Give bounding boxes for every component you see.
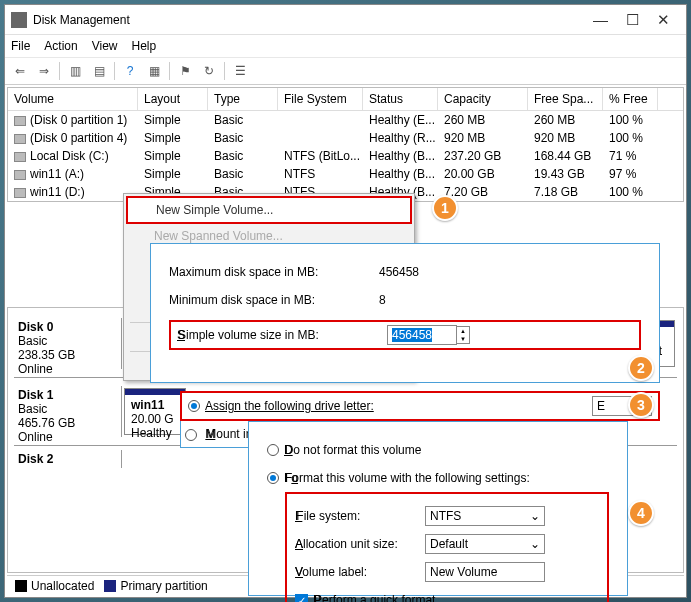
do-not-format-label: DDo not format this volume [284, 443, 421, 457]
quick-format-label: PPerform a quick format [313, 593, 435, 602]
col-capacity[interactable]: Capacity [438, 88, 528, 110]
format-radio[interactable] [267, 472, 279, 484]
cell-free: 19.43 GB [528, 166, 603, 182]
chevron-down-icon: ⌄ [530, 537, 540, 551]
volume-size-input[interactable]: 456458 [392, 328, 432, 342]
max-disk-label: Maximum disk space in MB: [169, 265, 379, 279]
action-icon[interactable]: ⚑ [174, 60, 196, 82]
format-label: FoFormat this volume with the following … [284, 471, 530, 485]
minimize-button[interactable]: — [593, 11, 608, 29]
menu-file[interactable]: File [11, 39, 30, 53]
step-badge-4: 4 [628, 500, 654, 526]
cell-type: Basic [208, 166, 278, 182]
filesystem-dropdown[interactable]: NTFS⌄ [425, 506, 545, 526]
app-icon [11, 12, 27, 28]
cell-layout: Simple [138, 112, 208, 128]
cell-type: Basic [208, 130, 278, 146]
min-disk-label: Minimum disk space in MB: [169, 293, 379, 307]
forward-button[interactable]: ⇒ [33, 60, 55, 82]
back-button[interactable]: ⇐ [9, 60, 31, 82]
view-bottom-icon[interactable]: ▤ [88, 60, 110, 82]
allocation-dropdown[interactable]: Default⌄ [425, 534, 545, 554]
legend-unallocated-swatch [15, 580, 27, 592]
cell-layout: Simple [138, 130, 208, 146]
cell-type: Basic [208, 148, 278, 164]
step-badge-2: 2 [628, 355, 654, 381]
col-status[interactable]: Status [363, 88, 438, 110]
filesystem-label: FFile system: [295, 509, 425, 523]
cell-free: 920 MB [528, 130, 603, 146]
cell-cap: 920 MB [438, 130, 528, 146]
cell-fs [278, 119, 363, 121]
mount-radio[interactable] [185, 429, 197, 441]
cell-status: Healthy (R... [363, 130, 438, 146]
col-pctfree[interactable]: % Free [603, 88, 658, 110]
disk-size: 238.35 GB [18, 348, 117, 362]
cell-status: Healthy (B... [363, 148, 438, 164]
volume-size-stepper[interactable]: ▲▼ [456, 326, 470, 344]
legend-unallocated: Unallocated [31, 579, 94, 593]
step-badge-3: 3 [628, 392, 654, 418]
disk-name: Disk 1 [18, 388, 117, 402]
table-row[interactable]: (Disk 0 partition 4)SimpleBasicHealthy (… [8, 129, 683, 147]
volume-size-panel: Maximum disk space in MB: 456458 Minimum… [150, 243, 660, 383]
volume-table: Volume Layout Type File System Status Ca… [7, 87, 684, 202]
col-free[interactable]: Free Spa... [528, 88, 603, 110]
disk-name: Disk 2 [18, 452, 117, 466]
volume-icon [14, 116, 26, 126]
legend-primary: Primary partition [120, 579, 207, 593]
cell-cap: 237.20 GB [438, 148, 528, 164]
list-icon[interactable]: ☰ [229, 60, 251, 82]
format-panel: DDo not format this volume FoFormat this… [248, 421, 628, 596]
cell-free: 168.44 GB [528, 148, 603, 164]
cell-layout: Simple [138, 148, 208, 164]
chevron-down-icon[interactable]: ▼ [457, 335, 469, 343]
cell-vol: win11 (A:) [8, 166, 138, 182]
disk-name: Disk 0 [18, 320, 117, 334]
cell-cap: 20.00 GB [438, 166, 528, 182]
max-disk-value: 456458 [379, 265, 469, 279]
cell-status: Healthy (B... [363, 166, 438, 182]
min-disk-value: 8 [379, 293, 469, 307]
menu-action[interactable]: Action [44, 39, 77, 53]
table-row[interactable]: (Disk 0 partition 1)SimpleBasicHealthy (… [8, 111, 683, 129]
chevron-up-icon[interactable]: ▲ [457, 327, 469, 335]
col-filesystem[interactable]: File System [278, 88, 363, 110]
assign-letter-radio[interactable] [188, 400, 200, 412]
window-title: Disk Management [33, 13, 593, 27]
cell-fs: NTFS [278, 166, 363, 182]
col-layout[interactable]: Layout [138, 88, 208, 110]
cell-free: 260 MB [528, 112, 603, 128]
col-type[interactable]: Type [208, 88, 278, 110]
volume-label-input[interactable]: New Volume [425, 562, 545, 582]
cell-vol: (Disk 0 partition 4) [8, 130, 138, 146]
refresh-icon[interactable]: ↻ [198, 60, 220, 82]
titlebar: Disk Management — ☐ ✕ [5, 5, 686, 35]
view-top-icon[interactable]: ▥ [64, 60, 86, 82]
settings-icon[interactable]: ▦ [143, 60, 165, 82]
cell-vol: (Disk 0 partition 1) [8, 112, 138, 128]
partition-status: Healthy [131, 426, 179, 440]
cell-fs: NTFS (BitLo... [278, 148, 363, 164]
legend-primary-swatch [104, 580, 116, 592]
do-not-format-radio[interactable] [267, 444, 279, 456]
quick-format-checkbox[interactable]: ✓ [295, 594, 308, 603]
maximize-button[interactable]: ☐ [626, 11, 639, 29]
disk-size: 465.76 GB [18, 416, 117, 430]
table-row[interactable]: Local Disk (C:)SimpleBasicNTFS (BitLo...… [8, 147, 683, 165]
toolbar: ⇐ ⇒ ▥ ▤ ? ▦ ⚑ ↻ ☰ [5, 57, 686, 85]
close-button[interactable]: ✕ [657, 11, 670, 29]
cell-cap: 260 MB [438, 112, 528, 128]
menu-new-simple-volume[interactable]: New Simple Volume... [126, 196, 412, 224]
step-badge-1: 1 [432, 195, 458, 221]
disk-state: Online [18, 430, 117, 444]
volume-label-label: VVolume label: [295, 565, 425, 579]
cell-pct: 71 % [603, 148, 658, 164]
volume-icon [14, 152, 26, 162]
col-volume[interactable]: Volume [8, 88, 138, 110]
menu-view[interactable]: View [92, 39, 118, 53]
table-row[interactable]: win11 (A:)SimpleBasicNTFSHealthy (B...20… [8, 165, 683, 183]
menu-help[interactable]: Help [132, 39, 157, 53]
disk-type: Basic [18, 402, 117, 416]
help-icon[interactable]: ? [119, 60, 141, 82]
